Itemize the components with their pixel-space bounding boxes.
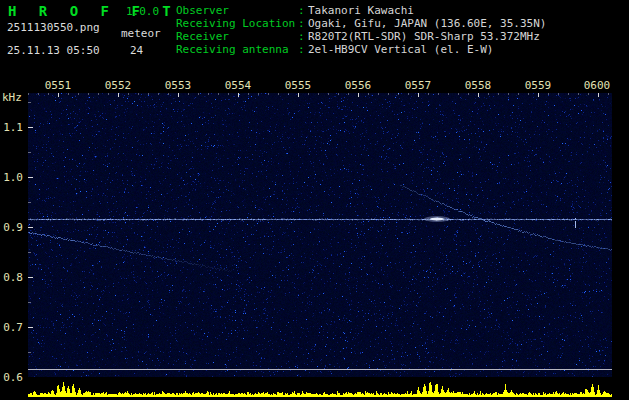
time-tick-label: 0558 — [464, 79, 492, 92]
freq-tick-label: 0.6 — [0, 371, 23, 384]
meta-row-observer: Observer : Takanori Kawachi — [176, 4, 546, 17]
meta-row-antenna: Receiving antenna : 2el-HB9CV Vertical (… — [176, 43, 546, 56]
time-tick-label: 0552 — [104, 79, 132, 92]
time-tick-label: 0559 — [524, 79, 552, 92]
y-axis-unit-label: kHz — [2, 91, 22, 104]
spectrogram-canvas — [28, 93, 612, 377]
meta-row-location: Receiving Location : Ogaki, Gifu, JAPAN … — [176, 17, 546, 30]
freq-tick-label: 1.0 — [0, 171, 23, 184]
meta-colon: : — [298, 30, 308, 43]
meta-colon: : — [298, 43, 308, 56]
amplitude-canvas — [28, 378, 612, 398]
capture-datetime: 25.11.13 05:50 — [7, 44, 100, 57]
time-tick-label: 0551 — [44, 79, 72, 92]
time-tick-label: 0600 — [583, 79, 611, 92]
echo-count: 24 — [130, 44, 143, 57]
app-version: 1.0.0 — [126, 5, 159, 18]
hrofft-window: H R O F F T 1.0.0 2511130550.png meteor … — [0, 0, 629, 400]
meta-value: Takanori Kawachi — [308, 4, 414, 17]
meta-value: R820T2(RTL-SDR) SDR-Sharp 53.372MHz — [308, 30, 540, 43]
meta-label: Observer — [176, 4, 298, 17]
freq-tick-label: 0.7 — [0, 321, 23, 334]
meta-colon: : — [298, 17, 308, 30]
meta-row-receiver: Receiver : R820T2(RTL-SDR) SDR-Sharp 53.… — [176, 30, 546, 43]
meta-colon: : — [298, 4, 308, 17]
time-tick-label: 0556 — [344, 79, 372, 92]
time-tick-label: 0554 — [224, 79, 252, 92]
meta-label: Receiving Location — [176, 17, 298, 30]
station-metadata: Observer : Takanori Kawachi Receiving Lo… — [176, 4, 546, 56]
freq-tick-label: 0.8 — [0, 271, 23, 284]
time-tick-label: 0553 — [164, 79, 192, 92]
meta-label: Receiver — [176, 30, 298, 43]
mode-label: meteor — [121, 27, 161, 40]
output-filename: 2511130550.png — [7, 21, 100, 34]
meta-value: 2el-HB9CV Vertical (el. E-W) — [308, 43, 493, 56]
freq-tick-label: 1.1 — [0, 121, 23, 134]
meta-value: Ogaki, Gifu, JAPAN (136.60E, 35.35N) — [308, 17, 546, 30]
freq-tick-label: 0.9 — [0, 221, 23, 234]
time-tick-label: 0557 — [404, 79, 432, 92]
meta-label: Receiving antenna — [176, 43, 298, 56]
time-tick-label: 0555 — [284, 79, 312, 92]
